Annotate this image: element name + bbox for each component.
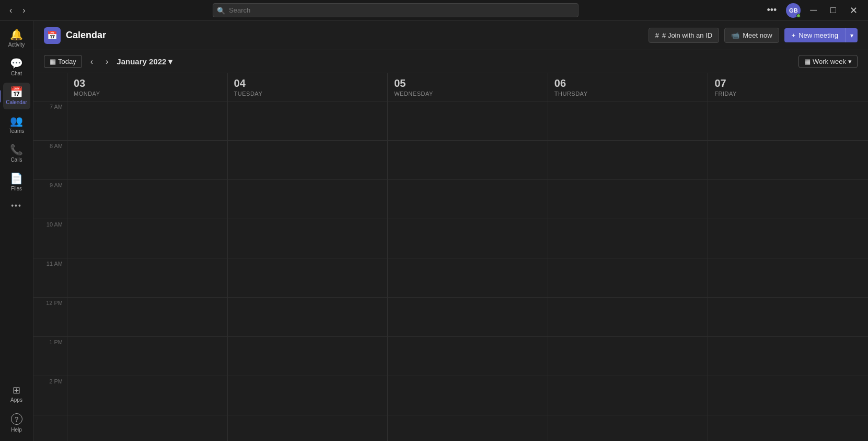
chevron-down-icon: ▾ xyxy=(168,57,172,66)
sidebar-item-label: Apps xyxy=(10,397,22,403)
grid-cell[interactable] xyxy=(228,101,388,141)
grid-cell[interactable] xyxy=(548,337,708,376)
close-button[interactable]: ✕ xyxy=(846,3,862,18)
today-button[interactable]: ▦ Today xyxy=(44,55,82,68)
new-meeting-group: + New meeting ▾ xyxy=(784,28,858,42)
grid-cell[interactable] xyxy=(67,101,227,141)
grid-cell[interactable] xyxy=(548,141,708,180)
new-meeting-button[interactable]: + New meeting xyxy=(784,28,846,42)
grid-cell[interactable] xyxy=(708,258,868,298)
sidebar-item-files[interactable]: 📄 Files xyxy=(3,169,30,196)
grid-cell[interactable] xyxy=(228,376,388,415)
minimize-button[interactable]: ─ xyxy=(806,3,821,18)
time-slot-2pm: 2 PM xyxy=(33,376,67,415)
grid-cell[interactable] xyxy=(228,219,388,258)
page-title: Calendar xyxy=(66,30,106,41)
next-week-button[interactable]: › xyxy=(101,55,112,69)
maximize-button[interactable]: □ xyxy=(826,3,840,18)
back-button[interactable]: ‹ xyxy=(6,4,15,17)
sidebar: 🔔 Activity 💬 Chat 📅 Calendar 👥 Teams 📞 C… xyxy=(0,21,33,441)
grid-cell[interactable] xyxy=(548,298,708,337)
day-header-wed: 05 Wednesday xyxy=(387,73,548,101)
grid-cell[interactable] xyxy=(388,101,548,141)
teams-icon: 👥 xyxy=(10,116,23,126)
work-week-view-button[interactable]: ▦ Work week ▾ xyxy=(798,55,858,68)
sidebar-item-calls[interactable]: 📞 Calls xyxy=(3,140,30,167)
day-column-fri xyxy=(708,101,868,441)
avatar-status xyxy=(796,14,801,18)
grid-cell[interactable] xyxy=(708,337,868,376)
grid-cell[interactable] xyxy=(548,258,708,298)
grid-cell[interactable] xyxy=(228,141,388,180)
day-header-thu: 06 Thursday xyxy=(548,73,708,101)
sidebar-item-chat[interactable]: 💬 Chat xyxy=(3,54,30,81)
grid-cell[interactable] xyxy=(67,376,227,415)
day-number: 07 xyxy=(714,77,862,89)
video-icon: 📹 xyxy=(731,31,739,39)
sidebar-item-teams[interactable]: 👥 Teams xyxy=(3,111,30,138)
files-icon: 📄 xyxy=(10,173,23,184)
grid-cell[interactable] xyxy=(548,180,708,219)
grid-cell[interactable] xyxy=(548,101,708,141)
calendar-body: 7 AM 8 AM 9 AM 10 AM 11 AM 12 PM 1 PM 2 … xyxy=(33,101,868,441)
grid-cell[interactable] xyxy=(388,141,548,180)
grid-cell[interactable] xyxy=(388,376,548,415)
sidebar-item-apps[interactable]: ⊞ Apps xyxy=(3,381,30,407)
time-column: 7 AM 8 AM 9 AM 10 AM 11 AM 12 PM 1 PM 2 … xyxy=(33,101,67,441)
calendar-title: 📅 Calendar xyxy=(44,27,106,44)
sidebar-item-activity[interactable]: 🔔 Activity xyxy=(3,25,30,52)
day-column-wed xyxy=(387,101,548,441)
chevron-down-icon: ▾ xyxy=(848,58,852,65)
titlebar-right: ••• GB ─ □ ✕ xyxy=(762,3,862,18)
grid-cell[interactable] xyxy=(388,337,548,376)
sidebar-item-calendar[interactable]: 📅 Calendar xyxy=(3,83,30,109)
apps-icon: ⊞ xyxy=(13,386,20,395)
grid-cell[interactable] xyxy=(388,219,548,258)
grid-cell[interactable] xyxy=(708,376,868,415)
month-label[interactable]: January 2022 ▾ xyxy=(117,57,172,66)
grid-cell[interactable] xyxy=(708,298,868,337)
grid-icon: ▦ xyxy=(804,58,811,65)
grid-cell[interactable] xyxy=(67,337,227,376)
forward-button[interactable]: › xyxy=(19,4,28,17)
prev-week-button[interactable]: ‹ xyxy=(86,55,97,69)
grid-cell[interactable] xyxy=(67,219,227,258)
day-number: 06 xyxy=(554,77,702,89)
grid-cell[interactable] xyxy=(548,376,708,415)
more-icon: ••• xyxy=(11,202,22,209)
grid-cell[interactable] xyxy=(388,258,548,298)
grid-cell[interactable] xyxy=(708,101,868,141)
grid-cell[interactable] xyxy=(228,337,388,376)
grid-cell[interactable] xyxy=(67,258,227,298)
calls-icon: 📞 xyxy=(10,144,23,155)
grid-cell[interactable] xyxy=(708,180,868,219)
calendar-header-actions: # # Join with an ID 📹 Meet now + New mee… xyxy=(649,28,858,43)
meet-now-button[interactable]: 📹 Meet now xyxy=(724,28,779,43)
grid-cell[interactable] xyxy=(548,219,708,258)
grid-cell[interactable] xyxy=(228,258,388,298)
grid-cell[interactable] xyxy=(228,298,388,337)
grid-cell[interactable] xyxy=(67,298,227,337)
join-with-id-label: # Join with an ID xyxy=(662,31,712,39)
grid-cell[interactable] xyxy=(708,141,868,180)
sidebar-item-more[interactable]: ••• xyxy=(3,198,30,213)
day-column-mon xyxy=(67,101,227,441)
grid-cell[interactable] xyxy=(67,180,227,219)
search-input[interactable] xyxy=(213,3,578,17)
calendar-grid: 03 Monday 04 Tuesday 05 Wednesday 06 Thu… xyxy=(33,73,868,441)
day-name: Wednesday xyxy=(394,91,541,97)
time-slot-12pm: 12 PM xyxy=(33,298,67,337)
day-name: Monday xyxy=(74,91,221,97)
join-with-id-button[interactable]: # # Join with an ID xyxy=(649,28,719,43)
more-options-button[interactable]: ••• xyxy=(762,3,781,18)
grid-cell[interactable] xyxy=(388,180,548,219)
grid-cell[interactable] xyxy=(67,141,227,180)
day-number: 04 xyxy=(234,77,381,89)
grid-cell[interactable] xyxy=(708,219,868,258)
avatar[interactable]: GB xyxy=(786,3,801,18)
grid-cell[interactable] xyxy=(228,180,388,219)
grid-cell[interactable] xyxy=(388,298,548,337)
new-meeting-dropdown-button[interactable]: ▾ xyxy=(846,28,858,42)
day-name: Tuesday xyxy=(234,91,381,97)
sidebar-item-help[interactable]: ? Help xyxy=(3,409,30,437)
